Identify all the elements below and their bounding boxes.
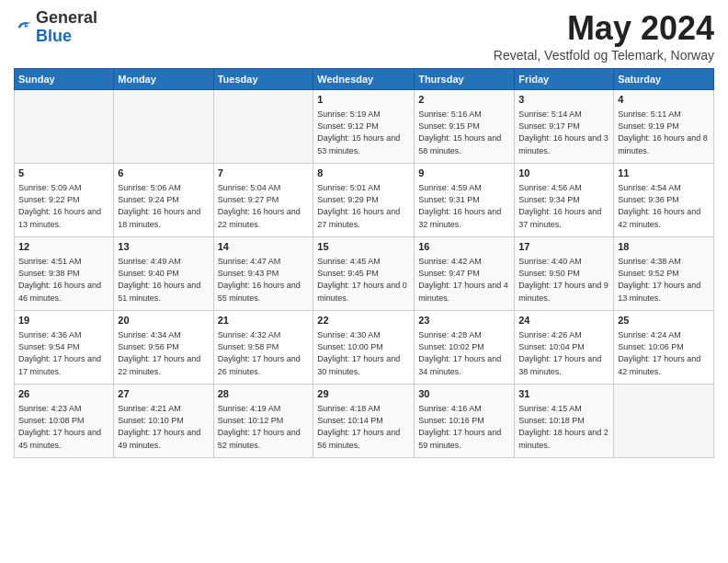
calendar-cell: 6Sunrise: 5:06 AM Sunset: 9:24 PM Daylig… <box>114 164 213 237</box>
day-info: Sunrise: 4:26 AM Sunset: 10:04 PM Daylig… <box>518 329 609 377</box>
calendar-cell: 11Sunrise: 4:54 AM Sunset: 9:36 PM Dayli… <box>614 164 714 237</box>
weekday-header: Wednesday <box>313 69 415 90</box>
weekday-header: Thursday <box>415 69 515 90</box>
calendar-cell: 7Sunrise: 5:04 AM Sunset: 9:27 PM Daylig… <box>213 164 313 237</box>
day-number: 18 <box>618 240 710 254</box>
title-block: May 2024 Revetal, Vestfold og Telemark, … <box>494 9 714 63</box>
day-info: Sunrise: 4:42 AM Sunset: 9:47 PM Dayligh… <box>418 256 510 304</box>
calendar-cell: 4Sunrise: 5:11 AM Sunset: 9:19 PM Daylig… <box>614 90 714 164</box>
day-number: 14 <box>218 240 310 254</box>
calendar-cell: 14Sunrise: 4:47 AM Sunset: 9:43 PM Dayli… <box>213 237 313 311</box>
calendar-cell: 19Sunrise: 4:36 AM Sunset: 9:54 PM Dayli… <box>15 311 114 385</box>
logo: General Blue <box>14 9 97 46</box>
day-info: Sunrise: 5:04 AM Sunset: 9:27 PM Dayligh… <box>218 182 310 230</box>
calendar-cell: 10Sunrise: 4:56 AM Sunset: 9:34 PM Dayli… <box>515 164 614 237</box>
day-number: 13 <box>118 240 209 254</box>
day-number: 17 <box>518 240 609 254</box>
day-number: 20 <box>118 314 209 327</box>
weekday-header: Saturday <box>614 69 714 90</box>
calendar-cell: 29Sunrise: 4:18 AM Sunset: 10:14 PM Dayl… <box>313 385 415 458</box>
weekday-header: Tuesday <box>213 69 313 90</box>
day-info: Sunrise: 5:19 AM Sunset: 9:12 PM Dayligh… <box>317 109 410 156</box>
calendar-week-row: 1Sunrise: 5:19 AM Sunset: 9:12 PM Daylig… <box>15 90 714 164</box>
day-number: 11 <box>618 167 710 180</box>
day-info: Sunrise: 5:11 AM Sunset: 9:19 PM Dayligh… <box>618 109 710 156</box>
month-title: May 2024 <box>494 9 714 48</box>
day-number: 8 <box>317 167 410 180</box>
calendar-cell: 30Sunrise: 4:16 AM Sunset: 10:16 PM Dayl… <box>415 385 515 458</box>
calendar-cell: 5Sunrise: 5:09 AM Sunset: 9:22 PM Daylig… <box>15 164 114 237</box>
day-number: 24 <box>518 314 609 327</box>
day-number: 12 <box>18 240 109 254</box>
day-info: Sunrise: 5:09 AM Sunset: 9:22 PM Dayligh… <box>18 182 109 230</box>
calendar-cell: 25Sunrise: 4:24 AM Sunset: 10:06 PM Dayl… <box>614 311 714 385</box>
calendar-cell: 28Sunrise: 4:19 AM Sunset: 10:12 PM Dayl… <box>213 385 313 458</box>
calendar-week-row: 19Sunrise: 4:36 AM Sunset: 9:54 PM Dayli… <box>15 311 714 385</box>
day-info: Sunrise: 4:18 AM Sunset: 10:14 PM Daylig… <box>317 403 410 451</box>
day-number: 29 <box>317 387 410 401</box>
day-number: 30 <box>418 387 510 401</box>
calendar-cell: 18Sunrise: 4:38 AM Sunset: 9:52 PM Dayli… <box>614 237 714 311</box>
day-number: 26 <box>18 387 109 401</box>
day-number: 6 <box>118 167 209 180</box>
day-info: Sunrise: 4:47 AM Sunset: 9:43 PM Dayligh… <box>218 256 310 304</box>
day-info: Sunrise: 4:23 AM Sunset: 10:08 PM Daylig… <box>18 403 109 451</box>
calendar-cell: 3Sunrise: 5:14 AM Sunset: 9:17 PM Daylig… <box>515 90 614 164</box>
day-info: Sunrise: 4:54 AM Sunset: 9:36 PM Dayligh… <box>618 182 710 230</box>
header-row: SundayMondayTuesdayWednesdayThursdayFrid… <box>15 69 714 90</box>
day-info: Sunrise: 4:36 AM Sunset: 9:54 PM Dayligh… <box>18 329 109 377</box>
day-info: Sunrise: 4:38 AM Sunset: 9:52 PM Dayligh… <box>618 256 710 304</box>
day-number: 4 <box>618 93 710 107</box>
weekday-header: Sunday <box>15 69 114 90</box>
day-info: Sunrise: 4:34 AM Sunset: 9:56 PM Dayligh… <box>118 329 209 377</box>
calendar-cell: 24Sunrise: 4:26 AM Sunset: 10:04 PM Dayl… <box>515 311 614 385</box>
calendar-cell: 26Sunrise: 4:23 AM Sunset: 10:08 PM Dayl… <box>15 385 114 458</box>
calendar-cell <box>213 90 313 164</box>
calendar-cell: 12Sunrise: 4:51 AM Sunset: 9:38 PM Dayli… <box>15 237 114 311</box>
day-number: 27 <box>118 387 209 401</box>
day-number: 16 <box>418 240 510 254</box>
calendar-cell <box>114 90 213 164</box>
day-info: Sunrise: 4:15 AM Sunset: 10:18 PM Daylig… <box>518 403 609 451</box>
calendar-cell: 2Sunrise: 5:16 AM Sunset: 9:15 PM Daylig… <box>415 90 515 164</box>
day-info: Sunrise: 4:49 AM Sunset: 9:40 PM Dayligh… <box>118 256 209 304</box>
day-number: 25 <box>618 314 710 327</box>
day-info: Sunrise: 4:24 AM Sunset: 10:06 PM Daylig… <box>618 329 710 377</box>
day-info: Sunrise: 4:28 AM Sunset: 10:02 PM Daylig… <box>418 329 510 377</box>
day-number: 5 <box>18 167 109 180</box>
calendar-cell: 21Sunrise: 4:32 AM Sunset: 9:58 PM Dayli… <box>213 311 313 385</box>
day-info: Sunrise: 5:01 AM Sunset: 9:29 PM Dayligh… <box>317 182 410 230</box>
day-info: Sunrise: 4:56 AM Sunset: 9:34 PM Dayligh… <box>518 182 609 230</box>
calendar-cell <box>15 90 114 164</box>
day-info: Sunrise: 4:40 AM Sunset: 9:50 PM Dayligh… <box>518 256 609 304</box>
day-number: 2 <box>418 93 510 107</box>
calendar-cell: 22Sunrise: 4:30 AM Sunset: 10:00 PM Dayl… <box>313 311 415 385</box>
calendar-cell: 23Sunrise: 4:28 AM Sunset: 10:02 PM Dayl… <box>415 311 515 385</box>
calendar-cell: 31Sunrise: 4:15 AM Sunset: 10:18 PM Dayl… <box>515 385 614 458</box>
calendar-week-row: 5Sunrise: 5:09 AM Sunset: 9:22 PM Daylig… <box>15 164 714 237</box>
day-number: 28 <box>218 387 310 401</box>
day-number: 10 <box>518 167 609 180</box>
day-number: 22 <box>317 314 410 327</box>
calendar-cell: 8Sunrise: 5:01 AM Sunset: 9:29 PM Daylig… <box>313 164 415 237</box>
weekday-header: Friday <box>515 69 614 90</box>
calendar-week-row: 26Sunrise: 4:23 AM Sunset: 10:08 PM Dayl… <box>15 385 714 458</box>
day-number: 31 <box>518 387 609 401</box>
calendar-table: SundayMondayTuesdayWednesdayThursdayFrid… <box>14 68 714 458</box>
logo-general-text: General <box>36 8 97 27</box>
day-info: Sunrise: 4:19 AM Sunset: 10:12 PM Daylig… <box>218 403 310 451</box>
calendar-week-row: 12Sunrise: 4:51 AM Sunset: 9:38 PM Dayli… <box>15 237 714 311</box>
day-number: 19 <box>18 314 109 327</box>
calendar-cell: 16Sunrise: 4:42 AM Sunset: 9:47 PM Dayli… <box>415 237 515 311</box>
day-number: 21 <box>218 314 310 327</box>
day-info: Sunrise: 4:16 AM Sunset: 10:16 PM Daylig… <box>418 403 510 451</box>
calendar-cell: 17Sunrise: 4:40 AM Sunset: 9:50 PM Dayli… <box>515 237 614 311</box>
calendar-cell: 9Sunrise: 4:59 AM Sunset: 9:31 PM Daylig… <box>415 164 515 237</box>
calendar-cell: 15Sunrise: 4:45 AM Sunset: 9:45 PM Dayli… <box>313 237 415 311</box>
calendar-cell: 1Sunrise: 5:19 AM Sunset: 9:12 PM Daylig… <box>313 90 415 164</box>
day-number: 9 <box>418 167 510 180</box>
calendar-cell: 27Sunrise: 4:21 AM Sunset: 10:10 PM Dayl… <box>114 385 213 458</box>
logo-blue-text: Blue <box>36 27 72 45</box>
day-number: 3 <box>518 93 609 107</box>
page-header: General Blue May 2024 Revetal, Vestfold … <box>14 9 714 63</box>
